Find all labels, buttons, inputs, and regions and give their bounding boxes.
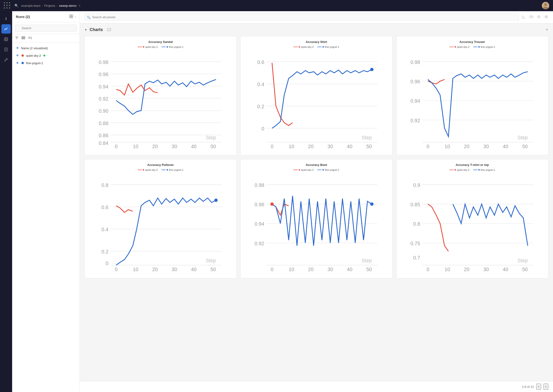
sidebar-report-button[interactable] xyxy=(1,45,11,54)
chart-title-pullover: Accuracy Pullover xyxy=(88,163,233,167)
pagination-prev-button[interactable]: ∧ xyxy=(536,384,541,390)
chart-title-tshirt: Accuracy T-shirt or top xyxy=(400,163,544,167)
svg-point-73 xyxy=(370,68,374,71)
smooth-icon[interactable] xyxy=(529,15,533,20)
legend-fine-yogurt-shirt: fine-yogurt-1 xyxy=(325,45,339,48)
sidebar-charts-button[interactable] xyxy=(1,24,11,34)
svg-point-107 xyxy=(214,199,218,202)
svg-text:0.2: 0.2 xyxy=(257,104,264,109)
navbar-search-icon[interactable]: 🔍 xyxy=(14,4,18,7)
sidebar-info-button[interactable]: ℹ xyxy=(1,14,11,23)
svg-line-11 xyxy=(6,59,7,59)
chart-accuracy-trouser: Accuracy Trouser quiet-sky-2 fine-yogurt… xyxy=(396,36,548,155)
legend-fine-yogurt-trouser: fine-yogurt-1 xyxy=(481,45,495,48)
svg-text:0.75: 0.75 xyxy=(410,241,420,246)
legend-fine-yogurt-tshirt: fine-yogurt-1 xyxy=(481,168,495,171)
svg-text:0.6: 0.6 xyxy=(101,205,109,210)
svg-text:0.6: 0.6 xyxy=(257,59,264,65)
search-wrap: 🔍 xyxy=(84,14,519,21)
chart-accuracy-tshirt: Accuracy T-shirt or top quiet-sky-2 fine… xyxy=(396,159,548,278)
charts-grid: Accuracy Sandal quiet-sky-2 fine-yogurt-… xyxy=(84,36,548,278)
svg-text:0.96: 0.96 xyxy=(255,202,264,207)
share-icon[interactable]: ⎋ xyxy=(79,4,80,7)
svg-text:50: 50 xyxy=(210,144,216,149)
svg-text:30: 30 xyxy=(328,144,333,149)
sidebar-table-button[interactable] xyxy=(1,35,11,44)
svg-text:30: 30 xyxy=(483,144,489,149)
sidebar-brush-button[interactable] xyxy=(1,55,11,64)
runs-title: Runs (2) xyxy=(16,15,30,19)
charts-header: ▼ Charts 12 + xyxy=(84,27,548,32)
chart-accuracy-shirt: Accuracy Shirt quiet-sky-2 fine-yogurt-1 xyxy=(240,36,392,155)
svg-text:0.86: 0.86 xyxy=(99,133,109,138)
svg-text:40: 40 xyxy=(503,144,508,149)
svg-text:40: 40 xyxy=(347,267,353,272)
axis-icon[interactable]: X xyxy=(522,15,526,20)
settings-icon[interactable] xyxy=(544,15,548,20)
svg-text:0.96: 0.96 xyxy=(410,79,420,84)
svg-text:0: 0 xyxy=(271,144,273,149)
charts-title: Charts xyxy=(90,27,103,32)
svg-text:0: 0 xyxy=(271,267,273,272)
svg-text:0.94: 0.94 xyxy=(255,221,264,227)
svg-text:0.92: 0.92 xyxy=(99,96,109,102)
runs-toolbar xyxy=(12,34,80,42)
svg-text:10: 10 xyxy=(133,144,138,149)
add-chart-button[interactable]: + xyxy=(546,27,548,32)
svg-text:Step: Step xyxy=(518,135,528,140)
run-eye-quiet-sky[interactable]: 👁 xyxy=(16,54,19,57)
legend-quiet-sky-pullover: quiet-sky-2 xyxy=(145,168,158,171)
user-avatar[interactable] xyxy=(542,2,549,9)
panel-search-input[interactable] xyxy=(84,14,519,21)
run-name-fine-yogurt: fine-yogurt-1 xyxy=(26,61,43,65)
svg-point-1 xyxy=(544,3,547,6)
svg-text:0.8: 0.8 xyxy=(101,182,109,188)
svg-text:20: 20 xyxy=(152,267,158,272)
outlier-icon[interactable] xyxy=(537,15,541,20)
svg-text:Step: Step xyxy=(518,258,528,263)
svg-text:0.94: 0.94 xyxy=(410,98,420,104)
svg-text:0.84: 0.84 xyxy=(99,140,109,146)
columns-icon[interactable] xyxy=(21,36,25,40)
legend-fine-yogurt-boot: fine-yogurt-1 xyxy=(325,168,339,171)
chart-legend-tshirt: quiet-sky-2 fine-yogurt-1 xyxy=(400,168,544,171)
charts-collapse-chevron[interactable]: ▼ xyxy=(84,28,87,31)
app-logo[interactable] xyxy=(4,2,11,9)
pagination-next-button[interactable]: ∨ xyxy=(543,384,548,390)
chart-legend-sandal: quiet-sky-2 fine-yogurt-1 xyxy=(88,45,233,48)
legend-quiet-sky-shirt: quiet-sky-2 xyxy=(301,45,314,48)
chart-title-shirt: Accuracy Shirt xyxy=(244,40,389,44)
breadcrumb-team[interactable]: example-team xyxy=(21,4,40,7)
svg-text:Step: Step xyxy=(206,258,216,263)
svg-rect-14 xyxy=(70,17,71,18)
chart-legend-pullover: quiet-sky-2 fine-yogurt-1 xyxy=(88,168,233,171)
chart-accuracy-pullover: Accuracy Pullover quiet-sky-2 fine-yogur… xyxy=(84,159,237,278)
svg-text:0.98: 0.98 xyxy=(410,59,420,65)
svg-text:40: 40 xyxy=(347,144,353,149)
runs-layout-icon[interactable] xyxy=(69,14,73,19)
runs-name-header: 👁 Name (2 visualized) xyxy=(12,44,80,52)
filter-icon[interactable] xyxy=(15,36,19,40)
run-item-fine-yogurt[interactable]: 👁 fine-yogurt-1 xyxy=(12,59,80,67)
svg-text:0.92: 0.92 xyxy=(255,241,264,246)
svg-text:0.94: 0.94 xyxy=(99,84,109,90)
svg-text:30: 30 xyxy=(328,267,333,272)
runs-search-input[interactable] xyxy=(15,25,77,31)
svg-text:40: 40 xyxy=(191,267,197,272)
chart-title-boot: Accuracy Boot xyxy=(244,163,389,167)
eye-icon-header[interactable]: 👁 xyxy=(16,46,19,50)
svg-text:30: 30 xyxy=(172,144,177,149)
breadcrumb-project[interactable]: sweep-demo xyxy=(59,4,76,7)
sort-icon[interactable] xyxy=(28,36,32,40)
svg-text:20: 20 xyxy=(464,144,469,149)
legend-quiet-sky-sandal: quiet-sky-2 xyxy=(145,45,158,48)
svg-text:Step: Step xyxy=(206,135,216,140)
content-search-icon: 🔍 xyxy=(87,15,91,19)
svg-text:0: 0 xyxy=(427,267,429,272)
runs-expand-icon[interactable]: › xyxy=(75,15,76,18)
run-eye-fine-yogurt[interactable]: 👁 xyxy=(16,61,19,65)
runs-header: Runs (2) › xyxy=(12,11,80,22)
run-item-quiet-sky[interactable]: 👁 quiet-sky-2 xyxy=(12,52,80,59)
breadcrumb-projects[interactable]: Projects xyxy=(44,4,55,7)
svg-text:0.8: 0.8 xyxy=(413,221,420,227)
